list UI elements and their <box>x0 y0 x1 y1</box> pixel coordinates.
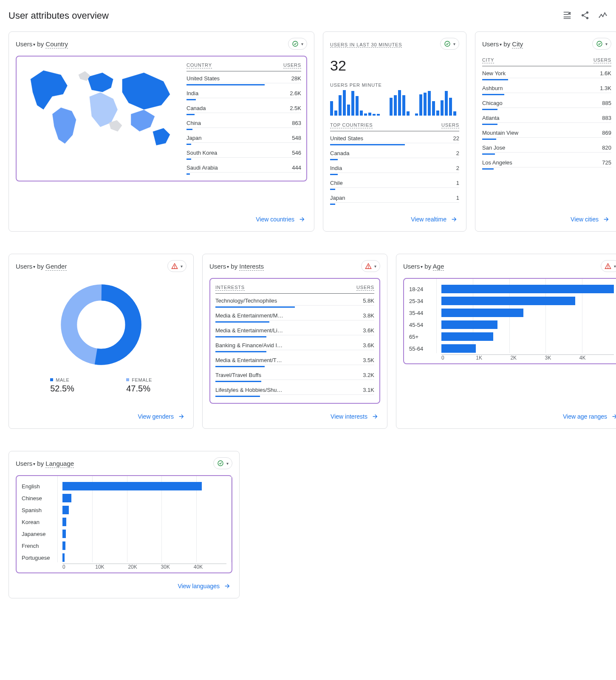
axis-tick: 20K <box>128 564 161 570</box>
realtime-perminute-label: USERS PER MINUTE <box>330 82 459 88</box>
chevron-down-icon: ▾ <box>181 264 183 269</box>
view-interests-link[interactable]: View interests <box>331 413 379 420</box>
table-row[interactable]: United States28K <box>186 72 301 85</box>
status-chip-interests[interactable]: ▾ <box>361 260 380 272</box>
customize-icon[interactable] <box>562 11 572 21</box>
table-row[interactable]: San Jose820 <box>482 142 611 155</box>
insights-icon[interactable] <box>598 11 608 21</box>
table-row[interactable]: Los Angeles725 <box>482 156 611 170</box>
view-ages-link[interactable]: View age ranges <box>563 413 616 420</box>
status-chip-age[interactable]: ▾ <box>601 260 616 272</box>
realtime-bar <box>351 91 354 116</box>
chevron-down-icon: ▾ <box>226 461 229 466</box>
table-row[interactable]: Saudi Arabia444 <box>186 162 301 175</box>
card-title-interests[interactable]: Users▾ by Interests <box>209 263 264 270</box>
table-row[interactable]: Media & Entertainment/Ligh…3.6K <box>215 324 374 337</box>
svg-point-16 <box>218 461 223 466</box>
realtime-bar <box>394 95 397 116</box>
realtime-bar <box>368 113 371 116</box>
world-map[interactable] <box>22 61 179 159</box>
card-title-language[interactable]: Users▾ by Language <box>16 460 74 467</box>
realtime-bar <box>419 94 422 116</box>
realtime-bar <box>330 101 333 116</box>
realtime-bar-chart <box>330 90 459 116</box>
svg-point-7 <box>597 41 602 46</box>
realtime-bar <box>339 95 342 116</box>
bar-row: Korean <box>22 516 226 528</box>
gender-donut-chart <box>16 278 186 371</box>
th-city[interactable]: CITY <box>482 57 494 63</box>
svg-point-0 <box>599 17 600 18</box>
status-chip-realtime[interactable]: ▾ <box>440 38 459 50</box>
share-icon[interactable] <box>580 11 590 21</box>
table-row[interactable]: Media & Entertainment/Movi…3.8K <box>215 309 374 323</box>
status-chip-gender[interactable]: ▾ <box>167 260 186 272</box>
axis-tick: 30K <box>161 564 194 570</box>
view-genders-link[interactable]: View genders <box>138 413 185 420</box>
axis-tick: 3K <box>545 355 579 361</box>
realtime-bar <box>445 91 448 116</box>
th-users[interactable]: USERS <box>283 62 301 68</box>
view-cities-link[interactable]: View cities <box>571 216 610 223</box>
view-realtime-link[interactable]: View realtime <box>411 216 458 223</box>
card-title-country[interactable]: Users▾ by Country <box>16 40 68 48</box>
realtime-bar <box>453 111 456 116</box>
table-row[interactable]: Japan1 <box>330 192 459 205</box>
card-title-age[interactable]: Users▾ by Age <box>403 263 444 270</box>
th-top-countries[interactable]: TOP COUNTRIES <box>330 122 373 128</box>
svg-point-3 <box>604 12 605 14</box>
interests-highlight: INTERESTS USERS Technology/Technophiles5… <box>209 278 380 404</box>
header-actions <box>562 11 608 21</box>
table-row[interactable]: India2.6K <box>186 87 301 100</box>
table-row[interactable]: United States22 <box>330 132 459 145</box>
th-interests[interactable]: INTERESTS <box>215 285 245 291</box>
bar-row: 65+ <box>409 331 614 343</box>
realtime-title: USERS IN LAST 30 MINUTES <box>330 40 402 48</box>
bar-row: 55-64 <box>409 343 614 354</box>
bar-row: Portuguese <box>22 552 226 564</box>
table-row[interactable]: Chile1 <box>330 177 459 190</box>
table-row[interactable]: Chicago885 <box>482 97 611 110</box>
realtime-bar <box>432 101 435 116</box>
table-row[interactable]: Canada2.5K <box>186 102 301 115</box>
realtime-bar <box>390 98 393 116</box>
th-users[interactable]: USERS <box>356 285 374 291</box>
realtime-bar <box>424 93 427 116</box>
table-row[interactable]: Media & Entertainment/TV L…3.5K <box>215 354 374 367</box>
status-chip-city[interactable]: ▾ <box>592 38 611 50</box>
bar-row: Chinese <box>22 492 226 504</box>
country-highlight: COUNTRY USERS United States28KIndia2.6KC… <box>16 56 307 181</box>
view-languages-link[interactable]: View languages <box>178 583 231 589</box>
table-row[interactable]: Lifestyles & Hobbies/Shutter…3.1K <box>215 384 374 397</box>
card-users-by-interests: Users▾ by Interests ▾ INTERESTS USERS Te… <box>202 254 387 429</box>
table-row[interactable]: Travel/Travel Buffs3.2K <box>215 369 374 382</box>
table-row[interactable]: Mountain View869 <box>482 127 611 140</box>
table-row[interactable]: Banking & Finance/Avid Inve…3.6K <box>215 339 374 352</box>
th-country[interactable]: COUNTRY <box>186 62 212 68</box>
table-row[interactable]: South Korea546 <box>186 147 301 160</box>
th-users[interactable]: USERS <box>593 57 611 63</box>
realtime-bar <box>373 114 376 116</box>
card-title-city[interactable]: Users▾ by City <box>482 40 523 48</box>
page-title: User attributes overview <box>8 10 109 21</box>
table-row[interactable]: Atlanta883 <box>482 112 611 125</box>
realtime-bar <box>402 95 405 116</box>
table-row[interactable]: India2 <box>330 162 459 175</box>
card-title-gender[interactable]: Users▾ by Gender <box>16 263 67 270</box>
svg-point-15 <box>608 267 608 268</box>
legend-male: MALE 52.5% <box>50 377 74 394</box>
table-row[interactable]: New York1.6K <box>482 67 611 80</box>
th-users[interactable]: USERS <box>441 122 459 128</box>
card-realtime: USERS IN LAST 30 MINUTES ▾ 32 USERS PER … <box>323 31 466 232</box>
view-countries-link[interactable]: View countries <box>256 216 305 223</box>
table-row[interactable]: Technology/Technophiles5.8K <box>215 295 374 308</box>
realtime-bar <box>364 113 367 116</box>
table-row[interactable]: Ashburn1.3K <box>482 82 611 95</box>
status-chip-country[interactable]: ▾ <box>288 38 307 50</box>
table-row[interactable]: China863 <box>186 117 301 130</box>
status-chip-language[interactable]: ▾ <box>213 457 232 469</box>
table-row[interactable]: Japan548 <box>186 132 301 145</box>
country-table: COUNTRY USERS United States28KIndia2.6KC… <box>186 61 301 176</box>
table-row[interactable]: Canada2 <box>330 147 459 160</box>
realtime-users-count: 32 <box>330 57 459 74</box>
